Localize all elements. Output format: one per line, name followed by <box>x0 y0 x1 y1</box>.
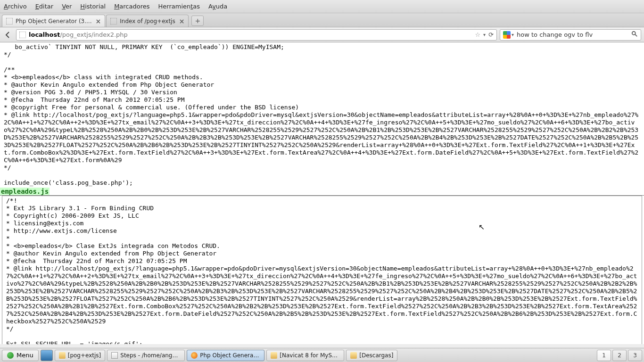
menu-ver[interactable]: Ver <box>62 3 72 10</box>
search-engine-dropdown-icon[interactable]: ▾ <box>512 32 514 37</box>
new-tab-button[interactable]: + <box>191 16 204 26</box>
search-bar[interactable]: ▾ how to change ogv to flv <box>500 29 641 41</box>
workspace-button[interactable]: 1 <box>597 350 611 361</box>
taskbar-item-label: [Descargas] <box>359 352 393 359</box>
taskbar-item[interactable]: [Descargas] <box>346 350 397 361</box>
source-view-top[interactable]: bo_activo` TINYINT NOT NULL, PRIMARY KEY… <box>0 42 644 188</box>
menu-editar[interactable]: Editar <box>35 3 54 10</box>
browser-menubar: Archivo Editar Ver Historial Marcadores … <box>0 0 644 13</box>
url-host: localhost <box>29 31 60 38</box>
taskbar-item-label: [Navicat 8 for MySQL] <box>280 352 340 359</box>
task-items: [pog+extjs]Steps - /home/angul...Php Obj… <box>55 350 398 361</box>
page-content: bo_activo` TINYINT NOT NULL, PRIMARY KEY… <box>0 42 644 344</box>
text-icon <box>111 352 118 359</box>
menu-marcadores[interactable]: Marcadores <box>114 3 149 10</box>
ff-icon <box>191 352 198 359</box>
search-engine-icon[interactable] <box>503 31 511 39</box>
taskbar-item[interactable]: Steps - /home/angul... <box>107 350 185 361</box>
file-block: /*! * Ext JS Library 3.1 - Form Binding … <box>2 196 642 344</box>
bookmark-star-icon[interactable]: ☆ <box>475 31 480 38</box>
taskbar-item[interactable]: [Navicat 8 for MySQL] <box>266 350 344 361</box>
workspace-switcher: 123 <box>597 350 642 361</box>
workspace-button[interactable]: 2 <box>612 350 627 361</box>
url-bar[interactable]: localhost/pog_extjs/index2.php ☆ ▾ ⟳ <box>16 29 497 41</box>
search-icon[interactable] <box>631 31 638 39</box>
search-text: how to change ogv to flv <box>517 31 631 38</box>
workspace-button[interactable]: 3 <box>628 350 642 361</box>
tab-title: Index of /pog+extjs <box>120 18 175 25</box>
taskbar-item-label: [pog+extjs] <box>68 352 101 359</box>
url-text: localhost/pog_extjs/index2.php <box>29 31 473 38</box>
svg-line-1 <box>635 34 637 36</box>
browser-navbar: localhost/pog_extjs/index2.php ☆ ▾ ⟳ ▾ h… <box>0 27 644 42</box>
url-dropdown-icon[interactable]: ▾ <box>483 32 486 37</box>
favicon-placeholder-icon <box>110 18 117 25</box>
folder-icon <box>350 352 357 359</box>
taskbar-item-label: Php Object Generato... <box>200 352 260 359</box>
arrow-left-icon <box>4 31 12 39</box>
page-icon <box>19 32 26 38</box>
taskbar: Menu [pog+extjs]Steps - /home/angul...Ph… <box>0 348 644 362</box>
start-menu-label: Menu <box>17 352 33 359</box>
tab-close-icon[interactable]: × <box>179 17 185 25</box>
taskbar-item[interactable]: Php Object Generato... <box>187 350 264 361</box>
browser-tabbar: Php Object Generator (3.... × Index of /… <box>0 13 644 27</box>
menu-herramientas[interactable]: Herramientas <box>158 3 200 10</box>
menu-historial[interactable]: Historial <box>80 3 106 10</box>
tab-inactive[interactable]: Index of /pog+extjs × <box>106 15 189 27</box>
db-icon <box>271 352 277 359</box>
start-menu-button[interactable]: Menu <box>2 350 39 361</box>
show-desktop-button[interactable] <box>41 350 53 361</box>
source-view-block[interactable]: /*! * Ext JS Library 3.1 - Form Binding … <box>2 196 642 344</box>
svg-point-0 <box>632 32 636 35</box>
menu-ayuda[interactable]: Ayuda <box>208 3 227 10</box>
file-heading: empleados.js <box>0 188 50 195</box>
menu-archivo[interactable]: Archivo <box>4 3 27 10</box>
tab-close-icon[interactable]: × <box>96 17 101 25</box>
back-button[interactable] <box>3 30 13 40</box>
folder-icon <box>59 352 66 359</box>
tab-active[interactable]: Php Object Generator (3.... × <box>2 15 105 27</box>
favicon-placeholder-icon <box>6 18 13 25</box>
taskbar-item-label: Steps - /home/angul... <box>120 352 181 359</box>
taskbar-item[interactable]: [pog+extjs] <box>55 350 106 361</box>
tab-title: Php Object Generator (3.... <box>16 18 92 25</box>
mint-icon <box>7 352 14 359</box>
reload-icon[interactable]: ⟳ <box>488 31 494 38</box>
url-path: /pog_extjs/index2.php <box>60 31 127 38</box>
